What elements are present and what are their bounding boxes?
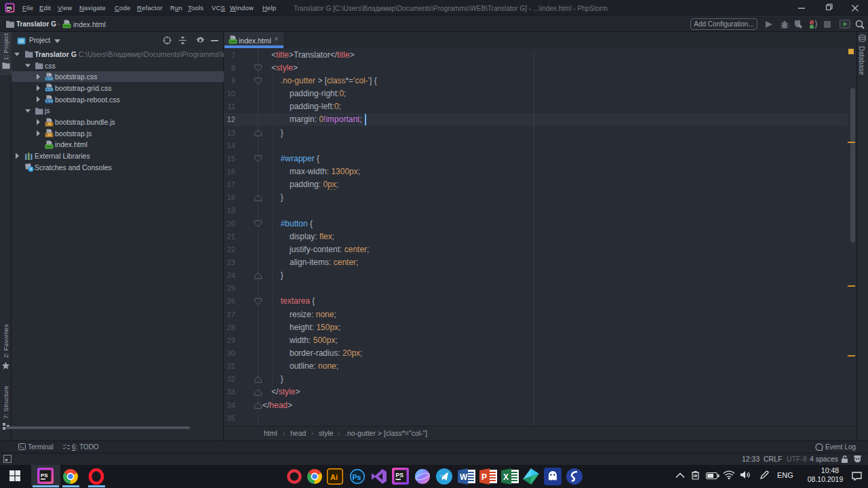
svg-text:JS: JS [47,133,52,137]
svg-text:JS: JS [47,122,52,126]
svg-text:2: Favorites: 2: Favorites [2,324,9,358]
svg-text:Ai: Ai [330,473,338,481]
svg-text:CSS: CSS [45,77,54,81]
svg-text:1: Project: 1: Project [2,33,9,60]
svg-text:CSS: CSS [45,99,54,103]
svg-text:W: W [460,472,468,482]
svg-text:P: P [481,472,487,482]
svg-text:PS: PS [7,6,12,10]
svg-text:7: Structure: 7: Structure [2,386,9,419]
svg-text:Database: Database [858,46,865,75]
svg-text:PS: PS [41,472,48,479]
svg-text:Ps: Ps [353,473,361,481]
svg-text:X: X [503,472,509,482]
svg-text:CSS: CSS [45,88,54,92]
svg-text:PS: PS [396,472,404,479]
